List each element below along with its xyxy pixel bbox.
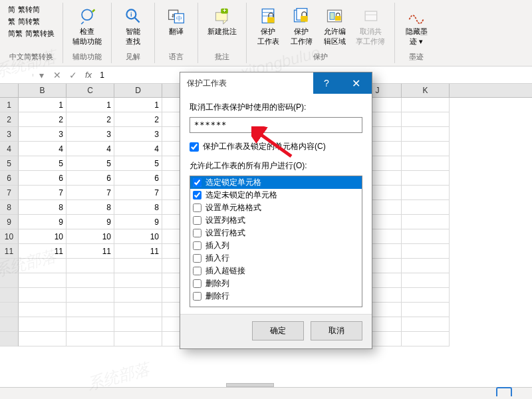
protect-contents-checkbox-input[interactable] bbox=[190, 142, 199, 152]
cell[interactable]: 4 bbox=[114, 142, 162, 156]
permission-checkbox[interactable] bbox=[193, 178, 201, 187]
name-box-dropdown[interactable]: ▾ bbox=[33, 70, 49, 80]
cell[interactable]: 7 bbox=[19, 186, 66, 200]
row-header[interactable]: 5 bbox=[0, 156, 19, 171]
cell[interactable]: 11 bbox=[114, 244, 162, 259]
cancel-formula-button[interactable]: ✕ bbox=[49, 70, 65, 80]
permission-checkbox[interactable] bbox=[193, 216, 201, 225]
permission-checkbox[interactable] bbox=[193, 254, 201, 263]
permission-option[interactable]: 设置单元格格式 bbox=[190, 201, 362, 214]
cell[interactable] bbox=[19, 273, 66, 288]
cell[interactable]: 7 bbox=[114, 186, 162, 200]
cell[interactable] bbox=[114, 273, 162, 288]
cell[interactable]: 6 bbox=[66, 171, 114, 186]
cell[interactable]: 2 bbox=[19, 112, 66, 127]
cell[interactable]: 4 bbox=[66, 142, 114, 156]
cell[interactable] bbox=[402, 317, 450, 332]
permission-option[interactable]: 设置行格式 bbox=[190, 227, 362, 239]
row-header[interactable]: 8 bbox=[0, 200, 19, 215]
cell[interactable]: 9 bbox=[19, 215, 66, 229]
cell[interactable]: 6 bbox=[19, 171, 66, 186]
cell[interactable] bbox=[402, 186, 450, 200]
cell[interactable] bbox=[402, 112, 450, 127]
cell[interactable]: 4 bbox=[19, 142, 66, 156]
cell[interactable] bbox=[402, 288, 450, 303]
cell[interactable] bbox=[114, 332, 162, 346]
cell[interactable] bbox=[66, 332, 114, 346]
column-header[interactable]: K bbox=[402, 84, 450, 97]
cell[interactable]: 8 bbox=[66, 200, 114, 215]
simp-trad-convert-button[interactable]: 简繁简繁转换 bbox=[7, 28, 56, 39]
permissions-listbox[interactable]: 选定锁定单元格选定未锁定的单元格设置单元格格式设置列格式设置行格式插入列插入行插… bbox=[190, 176, 362, 307]
row-header[interactable]: 6 bbox=[0, 171, 19, 186]
cell[interactable]: 5 bbox=[19, 156, 66, 171]
row-header[interactable]: 4 bbox=[0, 142, 19, 156]
permission-checkbox[interactable] bbox=[193, 267, 201, 275]
row-header[interactable]: 11 bbox=[0, 244, 19, 259]
permission-option[interactable]: 选定锁定单元格 bbox=[190, 176, 362, 189]
cell[interactable]: 1 bbox=[66, 98, 114, 112]
cell[interactable]: 11 bbox=[66, 244, 114, 259]
cell[interactable]: 5 bbox=[66, 156, 114, 171]
row-header[interactable] bbox=[0, 259, 19, 273]
permission-option[interactable]: 插入超链接 bbox=[190, 265, 362, 277]
row-header[interactable]: 1 bbox=[0, 98, 19, 112]
dialog-titlebar[interactable]: 保护工作表 ? ✕ bbox=[180, 72, 372, 94]
column-header[interactable]: D bbox=[114, 84, 162, 97]
cell[interactable] bbox=[402, 171, 450, 186]
cell[interactable]: 2 bbox=[66, 112, 114, 127]
cell[interactable] bbox=[402, 303, 450, 317]
cell[interactable] bbox=[19, 303, 66, 317]
cell[interactable]: 3 bbox=[66, 127, 114, 142]
cell[interactable] bbox=[66, 288, 114, 303]
protect-workbook-button[interactable]: 保护 工作簿 bbox=[287, 4, 316, 48]
cell[interactable] bbox=[114, 317, 162, 332]
cell[interactable] bbox=[66, 303, 114, 317]
cell[interactable] bbox=[19, 317, 66, 332]
cell[interactable] bbox=[19, 288, 66, 303]
row-header[interactable]: 3 bbox=[0, 127, 19, 142]
cell[interactable]: 3 bbox=[114, 127, 162, 142]
cell[interactable] bbox=[402, 215, 450, 229]
cell[interactable]: 1 bbox=[19, 98, 66, 112]
row-header[interactable]: 2 bbox=[0, 112, 19, 127]
permission-option[interactable]: 选定未锁定的单元格 bbox=[190, 189, 362, 201]
enter-formula-button[interactable]: ✓ bbox=[65, 70, 81, 80]
cell[interactable] bbox=[114, 303, 162, 317]
cell[interactable] bbox=[402, 200, 450, 215]
row-header[interactable]: 7 bbox=[0, 186, 19, 200]
password-input[interactable] bbox=[190, 117, 362, 133]
select-all-corner[interactable] bbox=[0, 84, 19, 97]
column-header[interactable]: B bbox=[19, 84, 66, 97]
cancel-button[interactable]: 取消 bbox=[311, 321, 362, 340]
check-accessibility-button[interactable]: 检查 辅助功能 bbox=[70, 4, 104, 48]
permission-checkbox[interactable] bbox=[193, 241, 201, 250]
cell[interactable]: 9 bbox=[114, 215, 162, 229]
permission-option[interactable]: 设置列格式 bbox=[190, 214, 362, 227]
cell[interactable] bbox=[66, 259, 114, 273]
cell[interactable]: 11 bbox=[19, 244, 66, 259]
cell[interactable] bbox=[66, 273, 114, 288]
cell[interactable]: 5 bbox=[114, 156, 162, 171]
permission-checkbox[interactable] bbox=[193, 292, 201, 301]
permission-checkbox[interactable] bbox=[193, 279, 201, 288]
protect-sheet-button[interactable]: 保护 工作表 bbox=[253, 4, 283, 48]
fx-icon[interactable]: fx bbox=[85, 70, 92, 80]
cell[interactable] bbox=[402, 127, 450, 142]
cell[interactable] bbox=[66, 317, 114, 332]
permission-checkbox[interactable] bbox=[193, 191, 201, 200]
row-header[interactable] bbox=[0, 288, 19, 303]
permission-option[interactable]: 删除行 bbox=[190, 290, 362, 303]
row-header[interactable]: 10 bbox=[0, 229, 19, 244]
cell[interactable] bbox=[402, 156, 450, 171]
cell[interactable]: 10 bbox=[19, 229, 66, 244]
cell[interactable] bbox=[114, 259, 162, 273]
row-header[interactable] bbox=[0, 317, 19, 332]
cell[interactable]: 3 bbox=[19, 127, 66, 142]
cell[interactable] bbox=[19, 259, 66, 273]
trad-to-simp-button[interactable]: 简繁转简 bbox=[7, 4, 56, 15]
cell[interactable]: 8 bbox=[19, 200, 66, 215]
permission-option[interactable]: 删除列 bbox=[190, 277, 362, 290]
simp-to-trad-button[interactable]: 繁简转繁 bbox=[7, 16, 56, 27]
cell[interactable]: 7 bbox=[66, 186, 114, 200]
